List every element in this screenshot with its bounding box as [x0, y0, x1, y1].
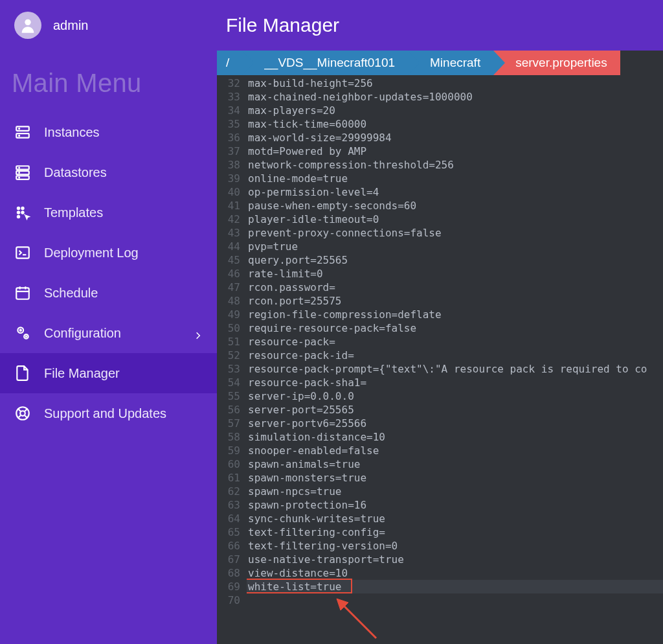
gutter-line: 54 — [221, 376, 240, 389]
support-icon — [14, 405, 31, 422]
nav-item-support[interactable]: Support and Updates — [0, 393, 217, 433]
gutter-line: 64 — [221, 512, 240, 525]
nav: Instances Datastores Templates Deploymen… — [0, 112, 217, 433]
gutter-line: 65 — [221, 525, 240, 539]
svg-point-8 — [19, 167, 20, 168]
breadcrumbs: / __VDS__Minecraft0101 Minecraft server.… — [217, 51, 663, 75]
nav-label: Configuration — [44, 326, 121, 341]
code-line[interactable]: server-ip=0.0.0.0 — [247, 389, 663, 403]
code-line[interactable]: max-world-size=29999984 — [247, 131, 663, 144]
code-line[interactable]: resource-pack-id= — [247, 349, 663, 362]
schedule-icon — [14, 284, 31, 301]
svg-point-12 — [21, 207, 24, 209]
menu-title: Main Menu — [0, 51, 217, 112]
code-line[interactable]: server-port=25565 — [247, 403, 663, 417]
nav-item-datastores[interactable]: Datastores — [0, 152, 217, 192]
breadcrumb-folder-2[interactable]: Minecraft — [408, 51, 493, 75]
code-line[interactable]: white-list=true — [247, 580, 663, 593]
svg-line-28 — [17, 408, 20, 411]
gutter-line: 53 — [221, 362, 240, 376]
svg-point-13 — [17, 211, 19, 214]
code-line[interactable]: prevent-proxy-connections=false — [247, 226, 663, 240]
code-line[interactable]: view-distance=10 — [247, 566, 663, 580]
gutter-line: 69 — [221, 580, 240, 593]
nav-item-deployment-log[interactable]: Deployment Log — [0, 233, 217, 273]
breadcrumb-file[interactable]: server.properties — [493, 51, 620, 75]
svg-point-15 — [17, 215, 19, 218]
code-line[interactable]: spawn-animals=true — [247, 457, 663, 471]
code-line[interactable]: simulation-distance=10 — [247, 430, 663, 444]
code-line[interactable]: op-permission-level=4 — [247, 185, 663, 199]
gutter-line: 42 — [221, 213, 240, 226]
gutter-line: 55 — [221, 389, 240, 403]
gutter-line: 57 — [221, 417, 240, 430]
code-line[interactable]: text-filtering-version=0 — [247, 539, 663, 553]
svg-line-30 — [17, 415, 20, 418]
instances-icon — [14, 124, 31, 141]
code-line[interactable]: spawn-npcs=true — [247, 485, 663, 498]
code-line[interactable]: pvp=true — [247, 240, 663, 253]
gutter-line: 66 — [221, 539, 240, 553]
svg-point-3 — [19, 128, 20, 130]
svg-point-14 — [21, 211, 24, 214]
code-line[interactable]: pause-when-empty-seconds=60 — [247, 199, 663, 213]
file-manager-icon — [14, 365, 31, 382]
nav-item-file-manager[interactable]: File Manager — [0, 353, 217, 393]
templates-icon — [14, 204, 31, 221]
code-line[interactable]: player-idle-timeout=0 — [247, 213, 663, 226]
breadcrumb-root[interactable]: / — [217, 51, 242, 75]
gutter-line: 63 — [221, 498, 240, 512]
deployment-log-icon — [14, 244, 31, 261]
svg-point-0 — [25, 19, 30, 25]
code-line[interactable] — [247, 593, 663, 607]
code-line[interactable]: snooper-enabled=false — [247, 444, 663, 457]
code-line[interactable]: rcon.port=25575 — [247, 294, 663, 308]
gutter-line: 43 — [221, 226, 240, 240]
nav-item-templates[interactable]: Templates — [0, 192, 217, 233]
code-line[interactable]: motd=Powered by AMP — [247, 144, 663, 158]
code-line[interactable]: text-filtering-config= — [247, 525, 663, 539]
code-line[interactable]: rate-limit=0 — [247, 267, 663, 281]
code-line[interactable]: network-compression-threshold=256 — [247, 158, 663, 172]
gutter-line: 40 — [221, 185, 240, 199]
code-content[interactable]: max-build-height=256max-chained-neighbor… — [247, 75, 663, 644]
gutter-line: 35 — [221, 117, 240, 131]
code-line[interactable]: region-file-compression=deflate — [247, 308, 663, 321]
nav-label: Deployment Log — [44, 246, 139, 260]
nav-item-instances[interactable]: Instances — [0, 112, 217, 152]
code-line[interactable]: sync-chunk-writes=true — [247, 512, 663, 525]
code-line[interactable]: resource-pack-sha1= — [247, 376, 663, 389]
code-line[interactable]: spawn-monsters=true — [247, 471, 663, 485]
code-line[interactable]: resource-pack-prompt={"text"\:"A resourc… — [247, 362, 663, 376]
nav-item-schedule[interactable]: Schedule — [0, 273, 217, 313]
code-line[interactable]: max-chained-neighbor-updates=1000000 — [247, 90, 663, 104]
svg-point-10 — [19, 177, 20, 178]
nav-label: Schedule — [44, 286, 98, 301]
user-row[interactable]: admin — [0, 12, 217, 51]
gutter-line: 52 — [221, 349, 240, 362]
svg-point-4 — [19, 135, 20, 136]
code-line[interactable]: query.port=25565 — [247, 253, 663, 267]
code-line[interactable]: require-resource-pack=false — [247, 321, 663, 335]
gutter-line: 38 — [221, 158, 240, 172]
code-line[interactable]: max-tick-time=60000 — [247, 117, 663, 131]
line-gutter: 3233343536373839404142434445464748495051… — [217, 75, 247, 644]
code-line[interactable]: online-mode=true — [247, 172, 663, 185]
code-line[interactable]: max-build-height=256 — [247, 76, 663, 90]
svg-point-9 — [19, 172, 20, 174]
nav-item-configuration[interactable]: Configuration — [0, 313, 217, 353]
gutter-line: 68 — [221, 566, 240, 580]
code-line[interactable]: max-players=20 — [247, 104, 663, 117]
code-line[interactable]: resource-pack= — [247, 335, 663, 349]
code-line[interactable]: spawn-protection=16 — [247, 498, 663, 512]
gutter-line: 62 — [221, 485, 240, 498]
code-line[interactable]: rcon.password= — [247, 281, 663, 294]
breadcrumb-folder-1[interactable]: __VDS__Minecraft0101 — [242, 51, 408, 75]
code-editor[interactable]: 3233343536373839404142434445464748495051… — [217, 75, 663, 644]
svg-line-29 — [25, 408, 27, 411]
gutter-line: 48 — [221, 294, 240, 308]
code-line[interactable]: use-native-transport=true — [247, 553, 663, 566]
code-line[interactable]: server-portv6=25566 — [247, 417, 663, 430]
gutter-line: 60 — [221, 457, 240, 471]
main-panel: File Manager / __VDS__Minecraft0101 Mine… — [217, 0, 663, 644]
